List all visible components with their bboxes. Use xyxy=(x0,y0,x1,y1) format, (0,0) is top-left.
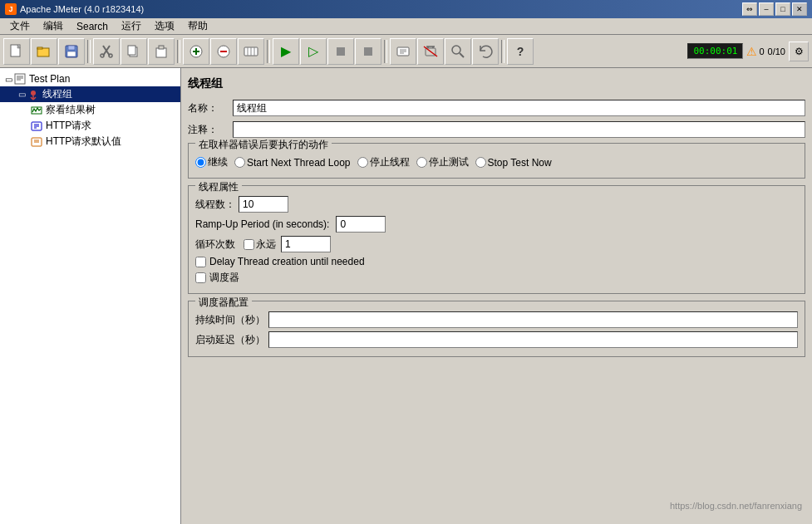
browse-button[interactable] xyxy=(238,38,264,65)
name-input[interactable] xyxy=(233,100,805,116)
new-button[interactable] xyxy=(3,38,30,65)
listener-icon xyxy=(30,104,43,117)
main-layout: ▭ Test Plan ▭ 线程组 察看结果树 HTTP请求 xyxy=(0,68,812,524)
ramp-up-label: Ramp-Up Period (in seconds): xyxy=(195,218,329,230)
loop-count-row: 循环次数 永远 xyxy=(195,236,798,252)
clear-all-button[interactable] xyxy=(417,38,444,65)
radio-continue[interactable]: 继续 xyxy=(195,155,228,169)
sidebar-item-thread-group[interactable]: ▭ 线程组 xyxy=(0,86,180,102)
delay-thread-row: Delay Thread creation until needed xyxy=(195,256,798,267)
help-button[interactable]: ? xyxy=(507,38,534,65)
radio-stop-thread[interactable]: 停止线程 xyxy=(357,155,410,169)
radio-stop-thread-input[interactable] xyxy=(357,157,368,168)
forever-checkbox-label[interactable]: 永远 xyxy=(244,238,276,252)
svg-point-38 xyxy=(31,91,36,95)
warning-count: 0 xyxy=(759,47,764,56)
ramp-up-input[interactable] xyxy=(336,216,386,233)
copy-button[interactable] xyxy=(121,38,147,65)
tree-toggle-testplan[interactable]: ▭ xyxy=(3,75,13,84)
scheduler-checkbox[interactable] xyxy=(195,272,206,283)
radio-continue-input[interactable] xyxy=(195,157,206,168)
start-no-pause-button[interactable]: ▷ xyxy=(300,38,327,65)
remove-button[interactable] xyxy=(210,38,237,65)
panel-title: 线程组 xyxy=(188,75,805,93)
maximize-button[interactable]: □ xyxy=(775,2,790,16)
radio-continue-label: 继续 xyxy=(208,155,228,169)
radio-stop-test-now[interactable]: Stop Test Now xyxy=(475,157,552,169)
thread-count-input[interactable] xyxy=(239,196,288,213)
cut-button[interactable] xyxy=(93,38,120,65)
scheduler-label: 调度器 xyxy=(209,271,239,285)
delay-thread-checkbox[interactable] xyxy=(195,257,206,267)
menu-run[interactable]: 运行 xyxy=(115,18,148,34)
thread-count-row: 线程数： xyxy=(195,196,798,213)
menu-options[interactable]: 选项 xyxy=(148,18,181,34)
svg-point-32 xyxy=(452,46,460,54)
svg-rect-11 xyxy=(128,46,135,55)
stop-now-button[interactable]: ⏹ xyxy=(355,38,381,65)
svg-rect-12 xyxy=(156,48,166,57)
minimize-button[interactable]: – xyxy=(759,2,774,16)
tree-toggle-threadgroup[interactable]: ▭ xyxy=(17,90,27,99)
toolbar-sep-4 xyxy=(384,40,387,63)
start-delay-input[interactable] xyxy=(268,331,798,348)
search-toolbar-button[interactable] xyxy=(445,38,471,65)
forever-checkbox[interactable] xyxy=(244,239,254,250)
ramp-up-row: Ramp-Up Period (in seconds): xyxy=(195,216,798,233)
warning-icon: ⚠ xyxy=(746,45,757,58)
threadgroup-icon xyxy=(27,88,40,101)
save-button[interactable] xyxy=(58,38,85,65)
sidebar-item-view-results-tree[interactable]: 察看结果树 xyxy=(0,102,180,118)
toolbar-sep-2 xyxy=(177,40,180,63)
start-delay-label: 启动延迟（秒） xyxy=(195,333,265,347)
svg-point-9 xyxy=(109,54,112,57)
svg-point-8 xyxy=(101,54,104,57)
radio-stop-test-now-label: Stop Test Now xyxy=(488,157,552,169)
settings-button[interactable]: ⚙ xyxy=(789,42,809,61)
content-area: 线程组 名称： 注释： 在取样器错误后要执行的动作 继续 Start Next … xyxy=(181,68,812,524)
comment-input[interactable] xyxy=(233,121,805,138)
start-delay-row: 启动延迟（秒） xyxy=(195,331,798,348)
radio-start-next-loop-input[interactable] xyxy=(234,157,245,168)
menu-search[interactable]: Search xyxy=(70,18,115,34)
radio-stop-test[interactable]: 停止测试 xyxy=(416,155,469,169)
radio-start-next-loop[interactable]: Start Next Thread Loop xyxy=(234,157,351,169)
duration-input[interactable] xyxy=(268,311,798,328)
add-button[interactable] xyxy=(183,38,209,65)
menu-help[interactable]: 帮助 xyxy=(181,18,214,34)
open-button[interactable] xyxy=(31,38,57,65)
sidebar-item-test-plan[interactable]: ▭ Test Plan xyxy=(0,71,180,86)
toolbar-right: 00:00:01 ⚠ 0 0/10 ⚙ xyxy=(687,42,809,61)
toolbar-sep-3 xyxy=(267,40,270,63)
error-radio-group: 继续 Start Next Thread Loop 停止线程 停止测试 Stop… xyxy=(195,152,798,173)
svg-rect-2 xyxy=(37,47,42,49)
radio-stop-thread-label: 停止线程 xyxy=(370,155,410,169)
loop-count-input[interactable] xyxy=(281,236,331,252)
app-icon: J xyxy=(5,3,17,15)
timer-display: 00:00:01 xyxy=(687,43,743,59)
error-section-title: 在取样器错误后要执行的动作 xyxy=(195,138,332,152)
sidebar-item-label-http-request-defaults: HTTP请求默认值 xyxy=(46,135,121,149)
toolbar-sep-1 xyxy=(87,40,91,63)
progress-text: 0/10 xyxy=(768,47,785,56)
restore-button[interactable]: ⇔ xyxy=(742,2,757,16)
toolbar: ▶ ▷ ⏹ ⏹ ? 00:00:01 ⚠ 0 0/10 ⚙ xyxy=(0,35,812,68)
delay-thread-label: Delay Thread creation until needed xyxy=(209,256,365,267)
scheduler-section: 调度器配置 持续时间（秒） 启动延迟（秒） xyxy=(188,301,805,357)
stop-button[interactable]: ⏹ xyxy=(327,38,354,65)
menu-file[interactable]: 文件 xyxy=(3,18,37,34)
radio-stop-test-now-input[interactable] xyxy=(475,157,486,168)
menu-edit[interactable]: 编辑 xyxy=(37,18,70,34)
sidebar-item-http-request-defaults[interactable]: HTTP请求默认值 xyxy=(0,134,180,149)
sidebar-item-label-thread-group: 线程组 xyxy=(42,87,72,101)
paste-button[interactable] xyxy=(148,38,175,65)
start-button[interactable]: ▶ xyxy=(273,38,299,65)
reset-button[interactable] xyxy=(472,38,499,65)
scheduler-row: 调度器 xyxy=(195,271,798,285)
svg-rect-5 xyxy=(67,51,76,56)
clear-button[interactable] xyxy=(390,38,416,65)
sidebar-item-http-request[interactable]: HTTP请求 xyxy=(0,118,180,134)
radio-stop-test-input[interactable] xyxy=(416,157,427,168)
close-button[interactable]: ✕ xyxy=(792,2,807,16)
testplan-icon xyxy=(13,72,27,86)
